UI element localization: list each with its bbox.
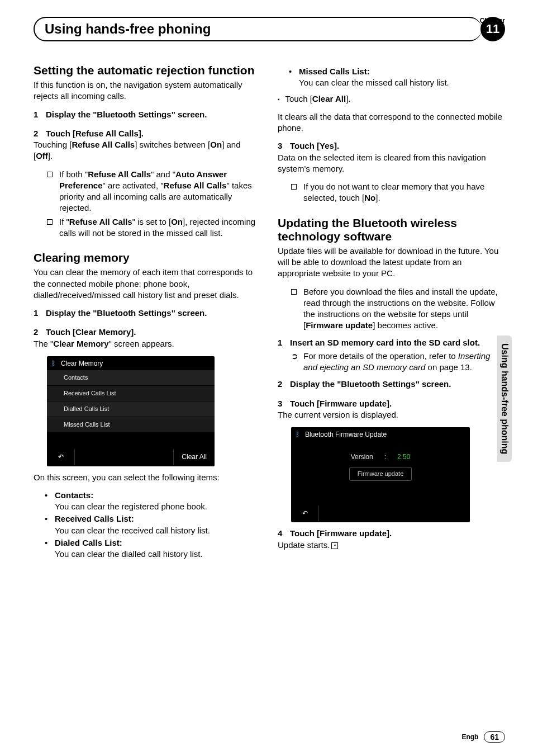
page-title-pill: Using hands-free phoning — [34, 17, 482, 41]
list-item[interactable]: Missed Calls List — [47, 417, 215, 433]
step-text: Display the "Bluetooth Settings" screen. — [46, 308, 207, 318]
version-label: Version — [351, 452, 373, 461]
section-heading-auto-reject: Setting the automatic rejection function — [34, 64, 261, 77]
t: The " — [34, 339, 53, 348]
chapter-label: Chapter — [480, 17, 505, 25]
note-bullet-icon — [47, 169, 55, 214]
body-text: Update files will be available for downl… — [278, 245, 505, 280]
bullet-title: Missed Calls List: — [299, 67, 370, 76]
t: For more details of the operation, refer… — [303, 351, 458, 361]
bullet-desc: You can clear the missed call history li… — [299, 78, 449, 87]
step-number: 3 — [278, 140, 290, 152]
body-text: The "Clear Memory" screen appears. — [34, 338, 261, 349]
list-item[interactable]: Contacts — [47, 370, 215, 386]
step-number: 1 — [278, 337, 290, 348]
step-4c: 4Touch [Firmware update]. — [278, 528, 505, 539]
dot-icon: • — [45, 537, 50, 560]
body-text: Touch [Clear All]. — [278, 93, 505, 105]
t: " screen appears. — [109, 339, 174, 348]
t: Clear Memory — [53, 339, 108, 348]
body-text: The current version is displayed. — [278, 409, 505, 420]
left-column: Setting the automatic rejection function… — [34, 64, 261, 564]
note-item: If "Refuse All Calls" is set to [On], re… — [47, 216, 261, 239]
back-button[interactable]: ↶ — [291, 505, 319, 521]
dot-icon: • — [289, 66, 294, 89]
t: If " — [59, 217, 69, 226]
t: Off — [36, 151, 48, 160]
body-text: Data on the selected item is cleared fro… — [278, 152, 505, 175]
side-tab: Using hands-free phoning — [497, 336, 512, 462]
note-bullet-icon — [291, 286, 299, 332]
bullet-desc: You can clear the dialled call history l… — [55, 549, 203, 559]
t: ] switches between [ — [135, 140, 210, 149]
step-number: 2 — [278, 379, 290, 390]
end-mark-icon: ▪ — [331, 542, 338, 549]
screenshot-title: Clear Memory — [61, 359, 103, 368]
body-text: Update starts.▪ — [278, 540, 505, 551]
note-item: If you do not want to clear memory that … — [291, 181, 505, 204]
body-text: Touching [Refuse All Calls] switches bet… — [34, 139, 261, 162]
bullet-item: •Missed Calls List:You can clear the mis… — [289, 66, 505, 89]
note-text: If "Refuse All Calls" is set to [On], re… — [59, 216, 261, 239]
step-text: Touch [Firmware update]. — [290, 528, 392, 538]
section-heading-bluetooth-update: Updating the Bluetooth wireless technolo… — [278, 216, 505, 243]
screenshot-header: Bluetooth Firmware Update — [291, 427, 470, 441]
firmware-update-screenshot: Bluetooth Firmware Update Version : 2.50… — [291, 427, 470, 522]
step-number: 3 — [278, 398, 290, 409]
t: Touching [ — [34, 140, 72, 149]
back-button[interactable]: ↶ — [47, 449, 75, 465]
dot-icon: • — [45, 490, 50, 513]
step-text: Touch [Clear Memory]. — [46, 327, 136, 337]
t: Refuse All Calls — [88, 169, 151, 179]
bullet-list: •Missed Calls List:You can clear the mis… — [289, 66, 505, 89]
step-number: 4 — [278, 528, 290, 539]
step-text: Touch [Firmware update]. — [290, 399, 392, 408]
t: Refuse All Calls — [164, 181, 227, 190]
t: On — [171, 217, 183, 226]
bullet-list: •Contacts:You can clear the registered p… — [45, 490, 261, 560]
bluetooth-icon — [296, 430, 302, 439]
list-item[interactable]: Received Calls List — [47, 386, 215, 401]
version-value: 2.50 — [397, 452, 410, 461]
step-2: 2Touch [Refuse All Calls]. — [34, 128, 261, 139]
step-1: 1Display the "Bluetooth Settings" screen… — [34, 109, 261, 120]
list-item[interactable]: Dialled Calls List — [47, 401, 215, 417]
bluetooth-icon — [51, 359, 58, 368]
firmware-body: Version : 2.50 Firmware update — [291, 441, 470, 505]
step-text: Insert an SD memory card into the SD car… — [290, 338, 480, 347]
bullet-title: Dialed Calls List: — [55, 538, 122, 547]
note-text: Before you download the files and instal… — [303, 286, 505, 332]
body-text: If this function is on, the navigation s… — [34, 79, 261, 102]
body-text: On this screen, you can select the follo… — [34, 472, 261, 483]
body-text: You can clear the memory of each item th… — [34, 267, 261, 301]
step-text: Touch [Yes]. — [290, 141, 339, 150]
screenshot-title: Bluetooth Firmware Update — [305, 430, 387, 439]
t: Firmware update — [306, 320, 373, 330]
step-number: 2 — [34, 327, 46, 338]
bullet-desc: You can clear the registered phone book. — [55, 502, 207, 511]
clear-all-button[interactable]: Clear All — [173, 449, 215, 465]
bullet-item: •Dialed Calls List:You can clear the dia… — [45, 537, 261, 560]
step-1c: 1Insert an SD memory card into the SD ca… — [278, 337, 505, 348]
t: ]. — [375, 193, 380, 202]
note-text: If both "Refuse All Calls" and "Auto Ans… — [59, 169, 261, 214]
firmware-update-button[interactable]: Firmware update — [349, 467, 412, 481]
page-title: Using hands-free phoning — [45, 21, 211, 37]
step-text: Touch [Refuse All Calls]. — [46, 129, 144, 138]
bullet-item: •Contacts:You can clear the registered p… — [45, 490, 261, 513]
bullet-desc: You can clear the received call history … — [55, 526, 210, 535]
note-bullet-icon — [47, 216, 55, 239]
t: No — [364, 193, 375, 202]
step-2c: 2Display the "Bluetooth Settings" screen… — [278, 379, 505, 390]
t: ]. — [346, 94, 350, 103]
bullet-item: •Received Calls List:You can clear the r… — [45, 513, 261, 536]
right-column: •Missed Calls List:You can clear the mis… — [278, 64, 505, 564]
t: Touch [ — [285, 94, 312, 103]
step-text: Display the "Bluetooth Settings" screen. — [46, 110, 207, 119]
step-2b: 2Touch [Clear Memory]. — [34, 327, 261, 338]
note-text: If you do not want to clear memory that … — [303, 181, 505, 204]
screenshot-footer: ↶ Clear All — [47, 449, 215, 465]
step-number: 1 — [34, 109, 46, 120]
step-number: 2 — [34, 128, 46, 139]
arrow-icon: ➲ — [291, 351, 299, 374]
